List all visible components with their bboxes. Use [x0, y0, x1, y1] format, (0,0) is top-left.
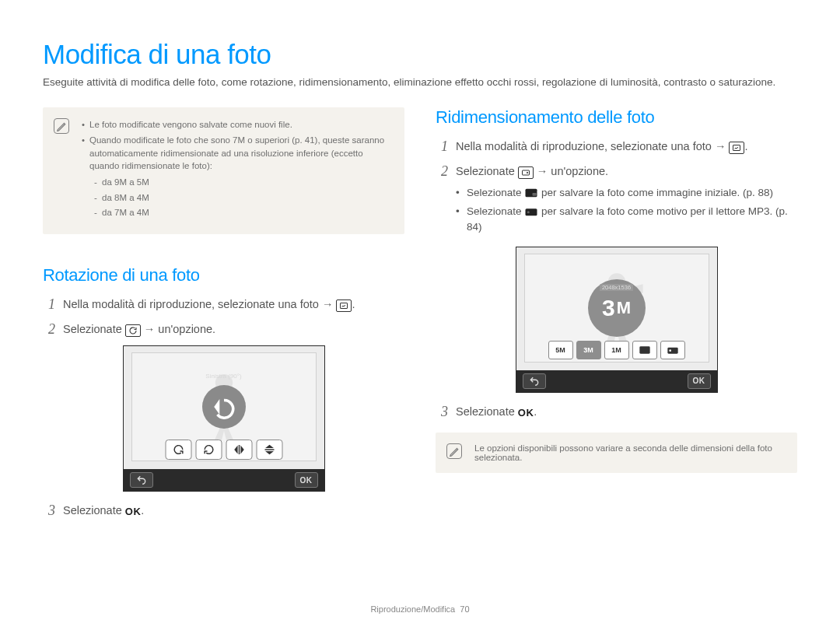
svg-rect-11	[667, 347, 677, 353]
svg-point-12	[669, 349, 671, 352]
step-number: 1	[436, 138, 448, 156]
rotate-icon	[125, 324, 141, 337]
svg-point-8	[527, 211, 530, 213]
resize-option-mp3[interactable]	[660, 341, 685, 359]
flip-vertical-button[interactable]	[256, 440, 282, 460]
step-number: 3	[436, 404, 448, 421]
resize-option-startup[interactable]	[632, 341, 657, 359]
left-column: Le foto modificate vengono salvate come …	[43, 107, 404, 527]
edit-icon	[729, 142, 744, 154]
svg-rect-4	[522, 170, 529, 175]
svg-rect-10	[639, 346, 649, 353]
back-button[interactable]	[130, 472, 153, 488]
step-number: 2	[436, 163, 448, 180]
rotate-heading: Rotazione di una foto	[43, 265, 404, 285]
step-text: Selezionate → un'opzione. Selezionate pe…	[456, 163, 797, 239]
startup-image-icon	[524, 187, 538, 198]
note-subitem: da 9M a 5M	[89, 176, 392, 189]
intro-text: Eseguite attività di modifica delle foto…	[43, 75, 797, 90]
right-column: Ridimensionamento delle foto 1 Nella mod…	[436, 107, 797, 527]
rotate-left-button[interactable]	[195, 440, 222, 460]
step-text: Selezionate OK.	[456, 404, 797, 421]
resize-option-5m[interactable]: 5M	[548, 341, 573, 359]
step-text: Nella modalità di riproduzione, selezion…	[63, 296, 404, 313]
rotate-screen-mock: Sinistra (90°) OK	[123, 345, 325, 492]
back-button[interactable]	[523, 373, 546, 389]
page-title: Modifica di una foto	[43, 39, 797, 70]
note-item: Quando modificate le foto che sono 7M o …	[82, 134, 392, 219]
resize-preview-badge: 2048x1536 3M	[588, 279, 646, 337]
step-number: 3	[43, 503, 55, 520]
note-subitem: da 7M a 4M	[89, 206, 392, 219]
resize-option-3m[interactable]: 3M	[576, 341, 601, 359]
page-footer: Riproduzione/Modifica 70	[0, 604, 840, 614]
note-text: Le opzioni disponibili possono variare a…	[474, 443, 772, 462]
step-number: 1	[43, 296, 55, 313]
svg-rect-3	[733, 145, 740, 151]
svg-rect-1	[341, 303, 348, 308]
rotate-preview-badge: Sinistra (90°)	[202, 385, 246, 429]
resize-screen-mock: 2048x1536 3M 5M 3M 1M OK	[516, 247, 718, 393]
step-text: Nella modalità di riproduzione, selezion…	[456, 138, 797, 156]
ok-icon: OK	[518, 405, 534, 421]
step-text: Selezionate OK.	[63, 503, 404, 520]
sub-item: Selezionate per salvare la foto come imm…	[456, 185, 797, 201]
sub-item: Selezionate per salvare la foto come mot…	[456, 204, 797, 236]
ok-icon: OK	[125, 504, 142, 520]
top-note-box: Le foto modificate vengono salvate come …	[43, 107, 404, 234]
note-icon	[446, 443, 462, 459]
rotate-right-button[interactable]	[165, 440, 191, 460]
edit-icon	[336, 299, 352, 312]
note-subitem: da 8M a 4M	[89, 191, 392, 205]
flip-horizontal-button[interactable]	[226, 440, 252, 460]
bottom-note-box: Le opzioni disponibili possono variare a…	[436, 433, 797, 473]
note-item: Le foto modificate vengono salvate come …	[82, 118, 392, 131]
step-number: 2	[43, 321, 55, 338]
svg-rect-6	[533, 193, 537, 196]
resize-icon	[518, 166, 534, 179]
step-text: Selezionate → un'opzione.	[63, 321, 404, 338]
note-icon	[54, 118, 69, 134]
ok-button[interactable]: OK	[295, 472, 318, 488]
ok-button[interactable]: OK	[688, 373, 711, 389]
resize-heading: Ridimensionamento delle foto	[436, 107, 797, 128]
resize-option-1m[interactable]: 1M	[604, 341, 629, 359]
mp3-skin-icon	[524, 206, 538, 217]
